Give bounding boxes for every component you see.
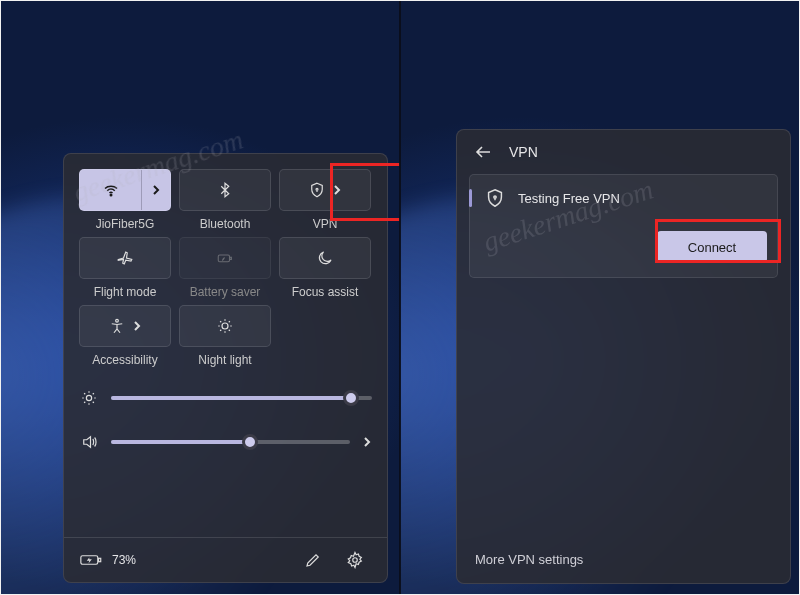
bluetooth-label: Bluetooth (200, 217, 251, 231)
chevron-right-icon (332, 184, 342, 196)
flight-mode-label: Flight mode (94, 285, 157, 299)
accessibility-tile[interactable] (79, 305, 171, 347)
gear-icon (346, 551, 364, 569)
pencil-icon (304, 551, 322, 569)
flight-mode-tile[interactable] (79, 237, 171, 279)
svg-point-10 (494, 196, 496, 198)
more-vpn-settings-link[interactable]: More VPN settings (457, 536, 790, 583)
settings-button[interactable] (339, 544, 371, 576)
quick-settings-panel: JioFiber5G Bluetooth (63, 153, 388, 583)
focus-assist-tile[interactable] (279, 237, 371, 279)
wifi-icon (102, 181, 120, 199)
battery-percent-label: 73% (112, 553, 136, 567)
wifi-tile[interactable] (79, 169, 171, 211)
wifi-label: JioFiber5G (96, 217, 155, 231)
volume-expand-button[interactable] (362, 435, 372, 449)
quick-settings-footer: 73% (64, 537, 387, 582)
right-screenshot: VPN Testing Free VPN Connect More VPN se… (400, 0, 800, 595)
night-light-label: Night light (198, 353, 251, 367)
battery-saver-tile[interactable] (179, 237, 271, 279)
vpn-connection-name: Testing Free VPN (518, 191, 620, 206)
connect-button[interactable]: Connect (657, 231, 767, 263)
screenshot-separator (399, 0, 401, 595)
vpn-tile[interactable] (279, 169, 371, 211)
svg-rect-3 (230, 257, 232, 259)
svg-point-4 (116, 319, 119, 322)
svg-point-9 (353, 558, 358, 563)
brightness-icon (79, 389, 99, 407)
chevron-right-icon (132, 320, 142, 332)
vpn-label: VPN (313, 217, 338, 231)
bluetooth-icon (216, 181, 234, 199)
edit-button[interactable] (297, 544, 329, 576)
wifi-toggle[interactable] (80, 170, 142, 210)
chevron-right-icon (151, 184, 161, 196)
brightness-slider[interactable] (79, 389, 372, 407)
night-light-tile[interactable] (179, 305, 271, 347)
battery-leaf-icon (216, 249, 234, 267)
night-light-icon (216, 317, 234, 335)
bluetooth-tile[interactable] (179, 169, 271, 211)
airplane-icon (116, 249, 134, 267)
focus-assist-label: Focus assist (292, 285, 359, 299)
vpn-connection-item[interactable]: Testing Free VPN Connect (469, 174, 778, 278)
left-screenshot: JioFiber5G Bluetooth (0, 0, 400, 595)
vpn-panel: VPN Testing Free VPN Connect More VPN se… (456, 129, 791, 584)
battery-saver-label: Battery saver (190, 285, 261, 299)
svg-point-0 (110, 194, 112, 196)
wifi-expand-button[interactable] (142, 170, 170, 210)
moon-icon (316, 249, 334, 267)
svg-point-6 (86, 395, 91, 400)
svg-rect-8 (99, 558, 101, 561)
shield-icon (484, 187, 506, 209)
volume-slider[interactable] (79, 433, 372, 451)
shield-icon (308, 181, 326, 199)
back-button[interactable] (471, 140, 495, 164)
vpn-panel-title: VPN (509, 144, 538, 160)
svg-point-5 (222, 323, 228, 329)
accessibility-icon (108, 317, 126, 335)
accessibility-label: Accessibility (92, 353, 157, 367)
svg-point-1 (316, 188, 318, 190)
arrow-left-icon (474, 145, 492, 159)
speaker-icon (79, 433, 99, 451)
battery-status-icon (80, 553, 102, 567)
